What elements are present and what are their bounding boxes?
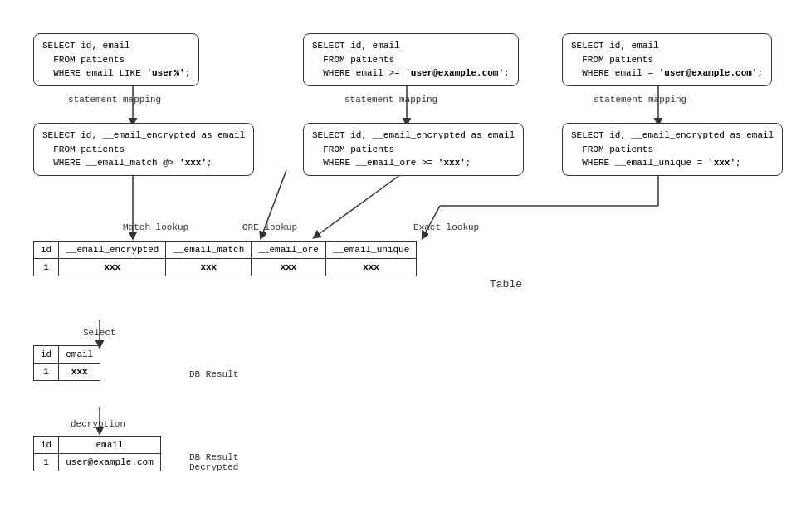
main-table-row-id: 1 xyxy=(34,259,59,276)
main-table-row-unique: xxx xyxy=(325,259,416,276)
main-table-row-encrypted: xxx xyxy=(59,259,166,276)
sql-box-mid-right: SELECT id, __email_encrypted as email FR… xyxy=(562,123,783,176)
sql-box-mid-left: SELECT id, __email_encrypted as email FR… xyxy=(33,123,254,176)
ore-lookup-label: ORE lookup xyxy=(242,222,297,232)
main-table: id __email_encrypted __email_match __ema… xyxy=(33,241,417,276)
exact-lookup-label: Exact lookup xyxy=(413,222,479,232)
select-label: Select xyxy=(83,328,116,338)
decryption-label: decryption xyxy=(71,419,125,429)
result-table-header-id: id xyxy=(34,346,59,364)
stmt-map-right-label: statement mapping xyxy=(594,95,686,105)
diagram: SELECT id, email FROM patients WHERE ema… xyxy=(0,0,806,532)
main-table-row-match: xxx xyxy=(166,259,252,276)
main-table-header-id: id xyxy=(34,242,59,259)
table-label: Table xyxy=(490,278,522,290)
result-table-row-id: 1 xyxy=(34,364,59,381)
sql-box-top-right: SELECT id, email FROM patients WHERE ema… xyxy=(562,33,772,86)
main-table-row-ore: xxx xyxy=(252,259,326,276)
sql-box-top-mid: SELECT id, email FROM patients WHERE ema… xyxy=(303,33,519,86)
svg-line-5 xyxy=(315,170,407,237)
decrypted-table: id email 1 user@example.com xyxy=(33,436,161,471)
main-table-header-encrypted: __email_encrypted xyxy=(59,242,166,259)
decrypted-table-header-id: id xyxy=(34,437,59,454)
stmt-map-mid-label: statement mapping xyxy=(344,95,437,105)
db-result-label: DB Result xyxy=(189,369,238,379)
result-table-row-email: xxx xyxy=(59,364,100,381)
result-table-header-email: email xyxy=(59,346,100,364)
stmt-map-left-label: statement mapping xyxy=(68,95,161,105)
db-result-decrypted-label: DB ResultDecrypted xyxy=(189,452,238,472)
decrypted-table-row-id: 1 xyxy=(34,454,59,471)
sql-box-mid-mid: SELECT id, __email_encrypted as email FR… xyxy=(303,123,524,176)
sql-box-top-left: SELECT id, email FROM patients WHERE ema… xyxy=(33,33,199,86)
main-table-header-match: __email_match xyxy=(166,242,252,259)
result-table: id email 1 xxx xyxy=(33,345,100,381)
main-table-header-unique: __email_unique xyxy=(325,242,416,259)
decrypted-table-header-email: email xyxy=(59,437,161,454)
match-lookup-label: Match lookup xyxy=(123,222,188,232)
main-table-header-ore: __email_ore xyxy=(252,242,326,259)
decrypted-table-row-email: user@example.com xyxy=(59,454,161,471)
